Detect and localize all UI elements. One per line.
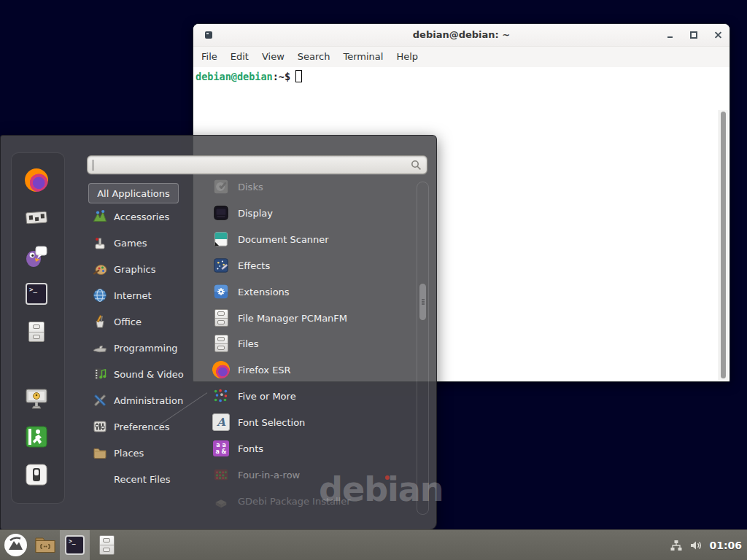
shutdown-button[interactable] bbox=[25, 463, 48, 486]
menu-edit[interactable]: Edit bbox=[224, 47, 255, 67]
category-label: Games bbox=[114, 238, 147, 249]
app-extensions[interactable]: Extensions bbox=[212, 279, 418, 305]
display-icon bbox=[212, 204, 230, 222]
logout-button[interactable] bbox=[25, 425, 48, 448]
menu-search[interactable]: Search bbox=[291, 47, 337, 67]
minimize-icon bbox=[667, 36, 673, 38]
app-firefox-esr[interactable]: Firefox ESR bbox=[212, 357, 418, 383]
gdebi-icon bbox=[212, 492, 230, 510]
minimize-button[interactable] bbox=[665, 31, 674, 39]
terminal-icon: >_ bbox=[65, 535, 85, 555]
category-label: Recent Files bbox=[114, 474, 171, 485]
app-effects[interactable]: Effects bbox=[212, 252, 418, 279]
category-all-applications[interactable]: All Applications bbox=[88, 183, 179, 203]
file-cabinet-icon bbox=[28, 322, 44, 342]
pidgin-icon bbox=[25, 244, 48, 268]
category-graphics[interactable]: Graphics bbox=[88, 256, 198, 282]
desktop: debian@debian: ~ File Edit View Search T… bbox=[0, 0, 747, 560]
taskbar-terminal-window-button[interactable]: >_ bbox=[60, 530, 90, 560]
app-display[interactable]: Display bbox=[212, 200, 418, 226]
app-five-or-more[interactable]: Five or More bbox=[212, 383, 418, 409]
file-cabinet-icon bbox=[99, 535, 115, 555]
taskbar-files-window-button[interactable] bbox=[90, 530, 123, 560]
office-icon bbox=[93, 314, 107, 329]
search-icon bbox=[411, 160, 422, 171]
effects-icon bbox=[212, 257, 230, 274]
shutdown-icon bbox=[26, 464, 47, 486]
category-places[interactable]: Places bbox=[88, 440, 198, 466]
fonts-icon: a aa & bbox=[212, 440, 230, 457]
app-disks[interactable]: Disks bbox=[212, 174, 418, 200]
app-document-scanner[interactable]: Document Scanner bbox=[212, 226, 418, 252]
category-label: Programming bbox=[114, 343, 178, 354]
category-preferences[interactable]: Preferences bbox=[88, 413, 198, 440]
accessories-icon bbox=[93, 209, 107, 224]
category-recent-files[interactable]: Recent Files bbox=[88, 466, 198, 492]
lock-screen-button[interactable] bbox=[25, 387, 48, 411]
menu-help[interactable]: Help bbox=[390, 47, 425, 67]
mixer-keyboard-icon bbox=[26, 209, 47, 227]
app-label: Display bbox=[238, 208, 273, 219]
app-label: Extensions bbox=[238, 287, 290, 298]
app-fonts[interactable]: a aa & Fonts bbox=[212, 435, 418, 462]
category-internet[interactable]: Internet bbox=[88, 282, 198, 308]
taskbar-file-manager-launcher[interactable] bbox=[31, 530, 60, 560]
menu-terminal[interactable]: Terminal bbox=[336, 47, 390, 67]
category-games[interactable]: Games bbox=[88, 230, 198, 256]
terminal-scrollbar-thumb[interactable] bbox=[721, 112, 726, 378]
category-label: Administration bbox=[114, 395, 183, 406]
app-file-manager-pcmanfm[interactable]: File Manager PCManFM bbox=[212, 305, 418, 331]
favorite-files-button[interactable] bbox=[25, 320, 48, 343]
menu-view[interactable]: View bbox=[255, 47, 291, 67]
app-files[interactable]: Files bbox=[212, 330, 418, 357]
folder-icon bbox=[34, 536, 56, 554]
category-office[interactable]: Office bbox=[88, 308, 198, 335]
debian-logo-red-dot bbox=[385, 475, 390, 480]
volume-icon[interactable] bbox=[689, 539, 703, 552]
menu-logo-icon bbox=[4, 533, 28, 557]
category-sound-video[interactable]: Sound & Video bbox=[88, 361, 198, 387]
disks-icon bbox=[212, 178, 230, 195]
document-scanner-icon bbox=[212, 230, 230, 248]
app-list-scrollbar[interactable] bbox=[417, 182, 429, 515]
favorite-firefox-button[interactable] bbox=[25, 168, 48, 192]
file-cabinet-icon bbox=[212, 335, 230, 352]
graphics-icon bbox=[93, 262, 107, 276]
terminal-titlebar[interactable]: debian@debian: ~ bbox=[193, 24, 729, 47]
text-caret bbox=[93, 160, 93, 171]
internet-globe-icon bbox=[93, 288, 107, 303]
app-label: Effects bbox=[238, 260, 270, 271]
menu-file[interactable]: File bbox=[195, 47, 224, 67]
application-menu: >_ bbox=[0, 135, 437, 530]
favorite-pidgin-button[interactable] bbox=[25, 244, 48, 268]
clock[interactable]: 01:06 bbox=[709, 540, 742, 551]
five-or-more-icon bbox=[212, 387, 230, 405]
games-icon bbox=[93, 236, 107, 250]
four-in-a-row-icon bbox=[212, 466, 230, 483]
app-list-scrollbar-thumb[interactable] bbox=[419, 283, 427, 321]
search-box bbox=[87, 155, 427, 174]
category-label: Office bbox=[114, 316, 142, 327]
extensions-icon bbox=[212, 283, 230, 300]
lock-screen-icon bbox=[25, 388, 48, 410]
category-label: Graphics bbox=[114, 264, 155, 275]
category-programming[interactable]: Programming bbox=[88, 335, 198, 361]
search-input[interactable] bbox=[92, 158, 406, 172]
network-status-icon[interactable] bbox=[670, 539, 683, 552]
administration-icon bbox=[93, 393, 107, 408]
maximize-icon bbox=[690, 31, 697, 39]
app-label: Firefox ESR bbox=[238, 365, 291, 376]
category-accessories[interactable]: Accessories bbox=[88, 203, 198, 230]
app-font-selection[interactable]: A Font Selection bbox=[212, 409, 418, 435]
favorite-terminal-button[interactable]: >_ bbox=[25, 282, 48, 306]
category-label: Places bbox=[114, 448, 144, 459]
favorite-mixer-button[interactable] bbox=[25, 206, 48, 230]
logout-icon bbox=[26, 426, 47, 448]
category-label: Sound & Video bbox=[114, 369, 184, 380]
maximize-button[interactable] bbox=[689, 31, 698, 39]
close-button[interactable] bbox=[713, 31, 722, 39]
terminal-scrollbar[interactable] bbox=[719, 110, 728, 380]
taskbar: >_ 01:06 bbox=[0, 529, 747, 560]
taskbar-menu-button[interactable] bbox=[0, 530, 31, 560]
app-label: Files bbox=[238, 338, 259, 349]
